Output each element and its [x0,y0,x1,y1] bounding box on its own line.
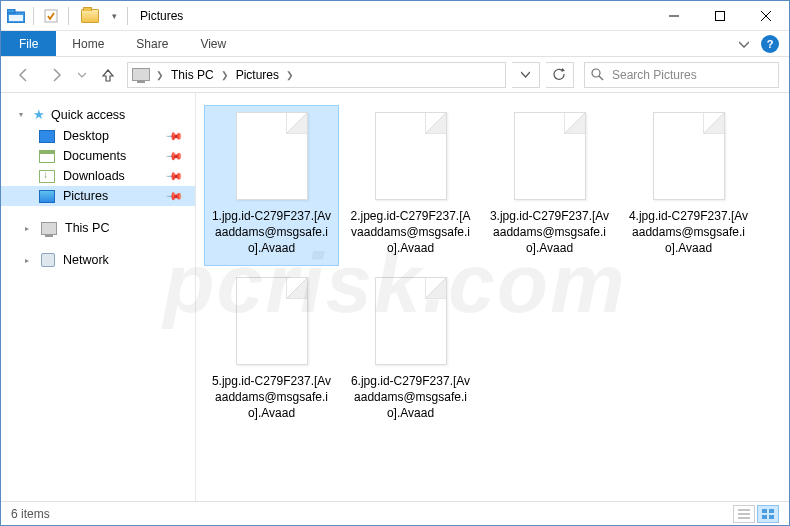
file-name: 6.jpg.id-C279F237.[Avaaddams@msgsafe.io]… [348,373,473,422]
window-controls [651,1,789,31]
file-name: 4.jpg.id-C279F237.[Avaaddams@msgsafe.io]… [626,208,751,257]
chevron-down-icon[interactable]: ▾ [19,110,27,119]
item-count: 6 items [11,507,50,521]
file-item[interactable]: 3.jpg.id-C279F237.[Avaaddams@msgsafe.io]… [482,105,617,266]
maximize-button[interactable] [697,1,743,31]
sidebar-item-label: Network [63,253,109,267]
quick-access-toolbar: ▾ [1,5,136,27]
ribbon: File Home Share View ? [1,31,789,57]
file-thumbnail-icon [375,277,447,365]
ribbon-expand-icon[interactable] [739,39,749,49]
sidebar-item-network[interactable]: ▸ Network [1,250,195,270]
body: ▾ ★ Quick access Desktop 📌 Documents 📌 D… [1,93,789,501]
pin-icon: 📌 [164,186,183,205]
chevron-right-icon[interactable]: ❯ [218,70,232,80]
files-grid: 1.jpg.id-C279F237.[Avaaddams@msgsafe.io]… [204,105,781,430]
this-pc-icon [41,222,57,235]
file-thumbnail-icon [236,112,308,200]
view-details-button[interactable] [733,505,755,523]
refresh-button[interactable] [546,62,574,88]
sidebar-item-documents[interactable]: Documents 📌 [1,146,195,166]
file-name: 3.jpg.id-C279F237.[Avaaddams@msgsafe.io]… [487,208,612,257]
svg-rect-1 [7,9,15,13]
file-name: 2.jpeg.id-C279F237.[Avaaddams@msgsafe.io… [348,208,473,257]
svg-rect-16 [769,515,774,519]
file-name: 5.jpg.id-C279F237.[Avaaddams@msgsafe.io]… [209,373,334,422]
network-icon [41,253,55,267]
view-large-icons-button[interactable] [757,505,779,523]
address-bar[interactable]: ❯ This PC ❯ Pictures ❯ [127,62,506,88]
quick-access-header[interactable]: ▾ ★ Quick access [1,103,195,126]
sidebar-item-pictures[interactable]: Pictures 📌 [1,186,195,206]
properties-qat-icon[interactable] [40,5,62,27]
sidebar-item-desktop[interactable]: Desktop 📌 [1,126,195,146]
search-icon [591,68,604,81]
sidebar: ▾ ★ Quick access Desktop 📌 Documents 📌 D… [1,93,196,501]
breadcrumb-pictures[interactable]: Pictures [232,63,283,87]
file-thumbnail-icon [514,112,586,200]
downloads-icon [39,170,55,183]
svg-line-9 [599,76,603,80]
forward-button[interactable] [43,62,69,88]
sidebar-item-label: Desktop [63,129,109,143]
sidebar-item-this-pc[interactable]: ▸ This PC [1,218,195,238]
star-icon: ★ [33,107,45,122]
minimize-button[interactable] [651,1,697,31]
pin-icon: 📌 [164,126,183,145]
svg-rect-5 [716,11,725,20]
qat-dropdown-icon[interactable]: ▾ [107,11,121,21]
tab-share[interactable]: Share [120,31,184,56]
this-pc-breadcrumb-icon [132,68,150,81]
search-box[interactable] [584,62,779,88]
svg-rect-13 [762,509,767,513]
file-thumbnail-icon [653,112,725,200]
svg-point-8 [592,69,600,77]
chevron-right-icon[interactable]: ❯ [283,70,297,80]
tab-home[interactable]: Home [56,31,120,56]
sidebar-item-downloads[interactable]: Downloads 📌 [1,166,195,186]
chevron-right-icon[interactable]: ▸ [25,224,33,233]
pin-icon: 📌 [164,146,183,165]
status-bar: 6 items [1,501,789,525]
tab-view[interactable]: View [184,31,242,56]
address-dropdown-icon[interactable] [512,62,540,88]
svg-rect-14 [769,509,774,513]
window-title: Pictures [136,9,183,23]
file-thumbnail-icon [375,112,447,200]
back-button[interactable] [11,62,37,88]
sidebar-item-label: Pictures [63,189,108,203]
file-item[interactable]: 5.jpg.id-C279F237.[Avaaddams@msgsafe.io]… [204,270,339,431]
file-item[interactable]: 2.jpeg.id-C279F237.[Avaaddams@msgsafe.io… [343,105,478,266]
documents-icon [39,150,55,163]
folder-app-icon [81,9,99,23]
svg-rect-15 [762,515,767,519]
sidebar-item-label: Downloads [63,169,125,183]
help-icon[interactable]: ? [761,35,779,53]
chevron-right-icon[interactable]: ❯ [153,70,167,80]
file-item[interactable]: 1.jpg.id-C279F237.[Avaaddams@msgsafe.io]… [204,105,339,266]
sidebar-item-label: This PC [65,221,109,235]
sidebar-item-label: Documents [63,149,126,163]
recent-dropdown-icon[interactable] [75,62,89,88]
titlebar: ▾ Pictures [1,1,789,31]
file-item[interactable]: 4.jpg.id-C279F237.[Avaaddams@msgsafe.io]… [621,105,756,266]
pictures-icon [39,190,55,203]
file-thumbnail-icon [236,277,308,365]
close-button[interactable] [743,1,789,31]
breadcrumb-this-pc[interactable]: This PC [167,63,218,87]
search-input[interactable] [612,68,772,82]
file-item[interactable]: 6.jpg.id-C279F237.[Avaaddams@msgsafe.io]… [343,270,478,431]
chevron-right-icon[interactable]: ▸ [25,256,33,265]
navbar: ❯ This PC ❯ Pictures ❯ [1,57,789,93]
file-menu[interactable]: File [1,31,56,56]
file-name: 1.jpg.id-C279F237.[Avaaddams@msgsafe.io]… [209,208,334,257]
up-button[interactable] [95,62,121,88]
content-area[interactable]: 1.jpg.id-C279F237.[Avaaddams@msgsafe.io]… [196,93,789,501]
pin-icon: 📌 [164,166,183,185]
explorer-icon [5,5,27,27]
quick-access-label: Quick access [51,108,125,122]
svg-rect-2 [9,15,23,21]
desktop-icon [39,130,55,143]
